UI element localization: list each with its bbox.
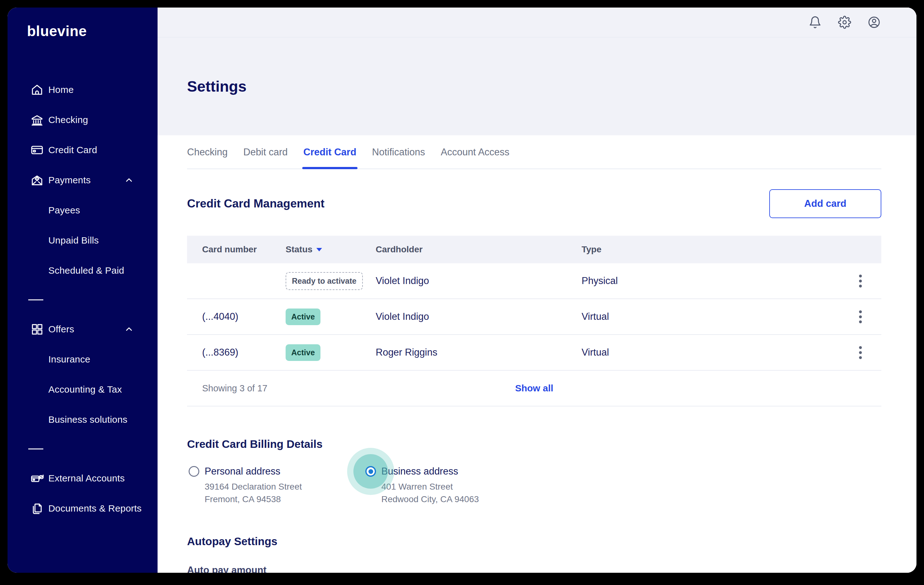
radio-label: Personal address <box>205 465 302 478</box>
personal-address-option[interactable]: Personal address 39164 Declaration Stree… <box>187 465 365 506</box>
column-header-status[interactable]: Status <box>285 244 376 255</box>
sidebar-item-unpaid-bills[interactable]: Unpaid Bills <box>8 225 158 255</box>
address-line: 39164 Declaration Street <box>205 481 302 493</box>
business-address-option[interactable]: Business address 401 Warren Street Redwo… <box>365 465 479 506</box>
sidebar-item-payments[interactable]: $ Payments <box>8 165 158 195</box>
type-cell: Virtual <box>582 347 847 358</box>
radio-label: Business address <box>381 465 479 478</box>
tab-checking[interactable]: Checking <box>187 147 228 168</box>
cardholder-cell: Roger Riggins <box>376 347 582 358</box>
sidebar-item-label: Checking <box>48 115 88 125</box>
sidebar-item-label: External Accounts <box>48 473 125 484</box>
sidebar-item-scheduled-paid[interactable]: Scheduled & Paid <box>8 255 158 286</box>
business-address-radio[interactable] <box>365 466 376 477</box>
address-line: 401 Warren Street <box>381 481 479 493</box>
chevron-up-icon[interactable] <box>124 175 134 186</box>
sidebar-item-home[interactable]: Home <box>8 75 158 105</box>
sidebar-item-external-accounts[interactable]: External Accounts <box>8 463 158 493</box>
cardholder-cell: Violet Indigo <box>376 311 582 322</box>
type-cell: Virtual <box>582 311 847 322</box>
column-header-cardholder: Cardholder <box>376 244 582 255</box>
sidebar-item-business-solutions[interactable]: Business solutions <box>8 405 158 435</box>
app-window: bluevine Home Checking Credit Card <box>8 8 916 573</box>
bell-icon[interactable] <box>808 16 822 29</box>
cardholder-cell: Violet Indigo <box>376 275 582 287</box>
address-line: Fremont, CA 94538 <box>205 493 302 506</box>
offers-grid-icon <box>30 322 44 336</box>
sidebar-item-credit-card[interactable]: Credit Card <box>8 135 158 165</box>
table-row: Ready to activate Violet Indigo Physical <box>187 263 881 299</box>
sidebar-item-offers[interactable]: Offers <box>8 314 158 344</box>
status-badge: Active <box>285 308 320 325</box>
card-number-cell: (...8369) <box>202 347 285 358</box>
tab-account-access[interactable]: Account Access <box>441 147 510 168</box>
row-actions-kebab-icon[interactable] <box>857 273 864 289</box>
personal-address-radio[interactable] <box>189 466 199 477</box>
page-header: Settings <box>158 37 916 135</box>
documents-icon <box>30 501 44 515</box>
table-row: (...4040) Active Violet Indigo Virtual <box>187 299 881 335</box>
sidebar: bluevine Home Checking Credit Card <box>8 8 158 573</box>
tab-debit-card[interactable]: Debit card <box>243 147 287 168</box>
sidebar-item-label: Accounting & Tax <box>48 384 122 395</box>
sidebar-item-label: Offers <box>48 324 74 335</box>
type-cell: Physical <box>582 275 847 287</box>
bank-icon <box>30 113 44 127</box>
sort-desc-icon <box>316 248 322 251</box>
sidebar-item-label: Business solutions <box>48 414 127 425</box>
sidebar-divider <box>28 299 43 300</box>
topbar <box>158 8 916 37</box>
settings-tabs: Checking Debit card Credit Card Notifica… <box>187 135 881 169</box>
tab-notifications[interactable]: Notifications <box>372 147 425 168</box>
sidebar-item-insurance[interactable]: Insurance <box>8 344 158 374</box>
settings-content: Checking Debit card Credit Card Notifica… <box>158 135 916 573</box>
status-badge: Ready to activate <box>285 272 363 290</box>
svg-text:$: $ <box>36 178 38 180</box>
user-avatar-icon[interactable] <box>868 16 881 29</box>
table-footer: Showing 3 of 17 Show all <box>187 371 881 406</box>
brand-logo: bluevine <box>27 23 158 40</box>
address-line: Redwood City, CA 94063 <box>381 493 479 506</box>
show-all-link[interactable]: Show all <box>187 383 881 394</box>
sidebar-item-payees[interactable]: Payees <box>8 195 158 225</box>
selection-highlight <box>365 466 376 477</box>
section-title-autopay: Autopay Settings <box>187 535 881 548</box>
sidebar-item-documents-reports[interactable]: Documents & Reports <box>8 493 158 524</box>
credit-card-management-header: Credit Card Management Add card <box>187 189 881 218</box>
section-title-credit-card-management: Credit Card Management <box>187 197 325 210</box>
table-header-row: Card number Status Cardholder Type <box>187 236 881 263</box>
payments-envelope-icon: $ <box>30 173 44 187</box>
sidebar-item-label: Credit Card <box>48 145 97 155</box>
sidebar-item-label: Payments <box>48 175 91 186</box>
sidebar-item-label: Insurance <box>48 354 91 365</box>
autopay-amount-label: Auto pay amount <box>187 565 881 573</box>
card-number-cell: (...4040) <box>202 311 285 322</box>
sidebar-nav: Home Checking Credit Card $ Payments <box>8 75 158 524</box>
sidebar-item-label: Unpaid Bills <box>48 235 99 246</box>
add-card-button[interactable]: Add card <box>769 189 881 218</box>
sidebar-item-label: Home <box>48 84 74 95</box>
sidebar-divider <box>28 448 43 450</box>
sidebar-item-label: Scheduled & Paid <box>48 265 124 276</box>
cards-table: Card number Status Cardholder Type Ready… <box>187 236 881 406</box>
home-icon <box>30 83 44 97</box>
tab-credit-card[interactable]: Credit Card <box>304 147 356 168</box>
sidebar-item-label: Documents & Reports <box>48 503 142 514</box>
row-actions-kebab-icon[interactable] <box>857 344 864 361</box>
gear-icon[interactable] <box>838 16 851 29</box>
column-header-card-number: Card number <box>202 244 285 255</box>
billing-address-options: Personal address 39164 Declaration Stree… <box>187 465 881 506</box>
column-header-type: Type <box>582 244 847 255</box>
external-accounts-icon <box>30 471 44 485</box>
section-title-billing-details: Credit Card Billing Details <box>187 438 881 450</box>
row-actions-kebab-icon[interactable] <box>857 308 864 325</box>
main-area: Settings Checking Debit card Credit Card… <box>158 8 916 573</box>
credit-card-icon <box>30 143 44 157</box>
chevron-up-icon[interactable] <box>124 324 134 335</box>
table-row: (...8369) Active Roger Riggins Virtual <box>187 335 881 371</box>
page-title: Settings <box>187 78 246 95</box>
sidebar-item-label: Payees <box>48 205 80 216</box>
status-badge: Active <box>285 344 320 361</box>
sidebar-item-accounting-tax[interactable]: Accounting & Tax <box>8 374 158 405</box>
sidebar-item-checking[interactable]: Checking <box>8 105 158 135</box>
